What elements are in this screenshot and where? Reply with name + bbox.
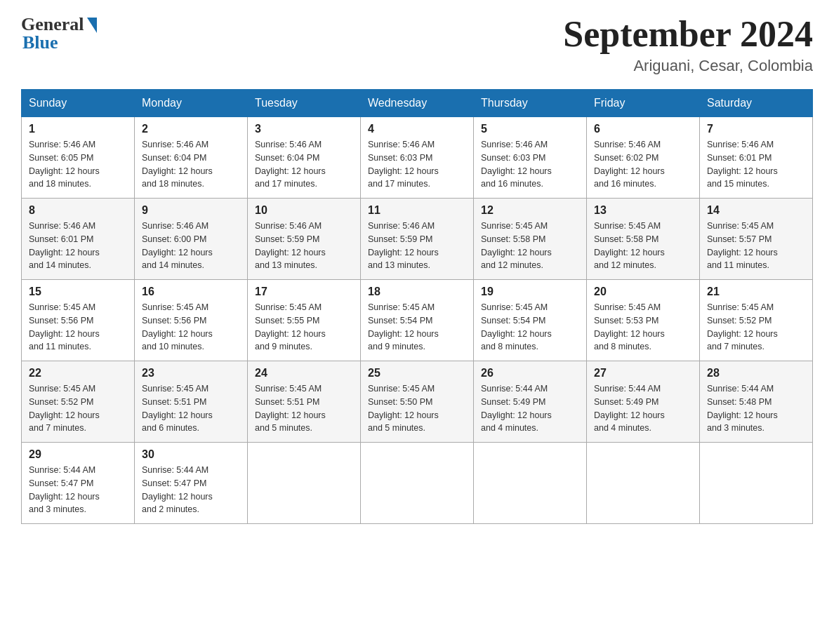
calendar-cell: 19 Sunrise: 5:45 AM Sunset: 5:54 PM Dayl… bbox=[474, 280, 587, 361]
week-row-5: 29 Sunrise: 5:44 AM Sunset: 5:47 PM Dayl… bbox=[22, 443, 813, 524]
calendar-cell: 12 Sunrise: 5:45 AM Sunset: 5:58 PM Dayl… bbox=[474, 199, 587, 280]
day-number: 17 bbox=[255, 286, 353, 298]
calendar-cell: 27 Sunrise: 5:44 AM Sunset: 5:49 PM Dayl… bbox=[587, 361, 700, 443]
col-header-thursday: Thursday bbox=[474, 90, 587, 117]
week-row-2: 8 Sunrise: 5:46 AM Sunset: 6:01 PM Dayli… bbox=[22, 199, 813, 280]
calendar-cell: 7 Sunrise: 5:46 AM Sunset: 6:01 PM Dayli… bbox=[700, 117, 813, 199]
day-number: 16 bbox=[142, 286, 240, 298]
calendar-cell bbox=[361, 443, 474, 524]
calendar-cell: 13 Sunrise: 5:45 AM Sunset: 5:58 PM Dayl… bbox=[587, 199, 700, 280]
calendar-header-row: Sunday Monday Tuesday Wednesday Thursday… bbox=[22, 90, 813, 117]
day-number: 29 bbox=[29, 448, 127, 461]
title-section: September 2024 Ariguani, Cesar, Colombia bbox=[563, 14, 813, 75]
calendar-cell: 28 Sunrise: 5:44 AM Sunset: 5:48 PM Dayl… bbox=[700, 361, 813, 443]
day-info: Sunrise: 5:44 AM Sunset: 5:49 PM Dayligh… bbox=[481, 382, 579, 435]
day-number: 2 bbox=[142, 123, 240, 135]
day-info: Sunrise: 5:45 AM Sunset: 5:58 PM Dayligh… bbox=[594, 220, 692, 272]
day-info: Sunrise: 5:45 AM Sunset: 5:58 PM Dayligh… bbox=[481, 220, 579, 272]
day-number: 12 bbox=[481, 204, 579, 217]
day-number: 10 bbox=[255, 204, 353, 217]
day-info: Sunrise: 5:46 AM Sunset: 6:03 PM Dayligh… bbox=[481, 138, 579, 191]
col-header-sunday: Sunday bbox=[22, 90, 135, 117]
col-header-tuesday: Tuesday bbox=[248, 90, 361, 117]
calendar-cell: 11 Sunrise: 5:46 AM Sunset: 5:59 PM Dayl… bbox=[361, 199, 474, 280]
day-info: Sunrise: 5:45 AM Sunset: 5:50 PM Dayligh… bbox=[368, 382, 466, 435]
day-info: Sunrise: 5:46 AM Sunset: 6:03 PM Dayligh… bbox=[368, 138, 466, 191]
calendar-cell: 5 Sunrise: 5:46 AM Sunset: 6:03 PM Dayli… bbox=[474, 117, 587, 199]
calendar-cell: 8 Sunrise: 5:46 AM Sunset: 6:01 PM Dayli… bbox=[22, 199, 135, 280]
calendar-cell bbox=[474, 443, 587, 524]
day-info: Sunrise: 5:46 AM Sunset: 5:59 PM Dayligh… bbox=[368, 220, 466, 272]
day-info: Sunrise: 5:44 AM Sunset: 5:48 PM Dayligh… bbox=[707, 382, 805, 435]
week-row-4: 22 Sunrise: 5:45 AM Sunset: 5:52 PM Dayl… bbox=[22, 361, 813, 443]
day-info: Sunrise: 5:45 AM Sunset: 5:57 PM Dayligh… bbox=[707, 220, 805, 272]
day-number: 15 bbox=[29, 286, 127, 298]
calendar-cell: 15 Sunrise: 5:45 AM Sunset: 5:56 PM Dayl… bbox=[22, 280, 135, 361]
day-info: Sunrise: 5:45 AM Sunset: 5:51 PM Dayligh… bbox=[142, 382, 240, 435]
day-info: Sunrise: 5:46 AM Sunset: 6:02 PM Dayligh… bbox=[594, 138, 692, 191]
day-info: Sunrise: 5:45 AM Sunset: 5:54 PM Dayligh… bbox=[481, 301, 579, 354]
calendar-cell: 1 Sunrise: 5:46 AM Sunset: 6:05 PM Dayli… bbox=[22, 117, 135, 199]
calendar-cell: 26 Sunrise: 5:44 AM Sunset: 5:49 PM Dayl… bbox=[474, 361, 587, 443]
calendar-cell: 9 Sunrise: 5:46 AM Sunset: 6:00 PM Dayli… bbox=[135, 199, 248, 280]
calendar-cell: 21 Sunrise: 5:45 AM Sunset: 5:52 PM Dayl… bbox=[700, 280, 813, 361]
logo-blue-text: Blue bbox=[22, 32, 58, 53]
logo: General Blue bbox=[21, 14, 97, 53]
day-number: 23 bbox=[142, 367, 240, 380]
calendar-cell: 3 Sunrise: 5:46 AM Sunset: 6:04 PM Dayli… bbox=[248, 117, 361, 199]
calendar-cell: 14 Sunrise: 5:45 AM Sunset: 5:57 PM Dayl… bbox=[700, 199, 813, 280]
col-header-monday: Monday bbox=[135, 90, 248, 117]
month-title: September 2024 bbox=[563, 14, 813, 54]
day-number: 1 bbox=[29, 123, 127, 135]
day-number: 24 bbox=[255, 367, 353, 380]
day-number: 4 bbox=[368, 123, 466, 135]
col-header-friday: Friday bbox=[587, 90, 700, 117]
calendar-cell: 16 Sunrise: 5:45 AM Sunset: 5:56 PM Dayl… bbox=[135, 280, 248, 361]
calendar-cell: 24 Sunrise: 5:45 AM Sunset: 5:51 PM Dayl… bbox=[248, 361, 361, 443]
calendar-cell: 22 Sunrise: 5:45 AM Sunset: 5:52 PM Dayl… bbox=[22, 361, 135, 443]
calendar-cell: 30 Sunrise: 5:44 AM Sunset: 5:47 PM Dayl… bbox=[135, 443, 248, 524]
day-number: 18 bbox=[368, 286, 466, 298]
calendar-cell bbox=[700, 443, 813, 524]
day-number: 6 bbox=[594, 123, 692, 135]
day-number: 22 bbox=[29, 367, 127, 380]
day-number: 7 bbox=[707, 123, 805, 135]
day-number: 3 bbox=[255, 123, 353, 135]
calendar-cell: 18 Sunrise: 5:45 AM Sunset: 5:54 PM Dayl… bbox=[361, 280, 474, 361]
day-number: 25 bbox=[368, 367, 466, 380]
day-info: Sunrise: 5:46 AM Sunset: 6:05 PM Dayligh… bbox=[29, 138, 127, 191]
calendar-cell: 17 Sunrise: 5:45 AM Sunset: 5:55 PM Dayl… bbox=[248, 280, 361, 361]
day-info: Sunrise: 5:44 AM Sunset: 5:47 PM Dayligh… bbox=[142, 464, 240, 516]
day-number: 27 bbox=[594, 367, 692, 380]
calendar-cell bbox=[587, 443, 700, 524]
week-row-3: 15 Sunrise: 5:45 AM Sunset: 5:56 PM Dayl… bbox=[22, 280, 813, 361]
day-info: Sunrise: 5:46 AM Sunset: 5:59 PM Dayligh… bbox=[255, 220, 353, 272]
day-info: Sunrise: 5:44 AM Sunset: 5:47 PM Dayligh… bbox=[29, 464, 127, 516]
day-info: Sunrise: 5:45 AM Sunset: 5:52 PM Dayligh… bbox=[29, 382, 127, 435]
calendar-cell: 4 Sunrise: 5:46 AM Sunset: 6:03 PM Dayli… bbox=[361, 117, 474, 199]
day-info: Sunrise: 5:46 AM Sunset: 6:04 PM Dayligh… bbox=[142, 138, 240, 191]
logo-triangle-icon bbox=[87, 18, 97, 33]
day-info: Sunrise: 5:45 AM Sunset: 5:54 PM Dayligh… bbox=[368, 301, 466, 354]
day-number: 20 bbox=[594, 286, 692, 298]
day-info: Sunrise: 5:46 AM Sunset: 6:01 PM Dayligh… bbox=[707, 138, 805, 191]
calendar-cell: 20 Sunrise: 5:45 AM Sunset: 5:53 PM Dayl… bbox=[587, 280, 700, 361]
day-info: Sunrise: 5:45 AM Sunset: 5:56 PM Dayligh… bbox=[29, 301, 127, 354]
day-number: 14 bbox=[707, 204, 805, 217]
day-number: 30 bbox=[142, 448, 240, 461]
day-number: 8 bbox=[29, 204, 127, 217]
day-info: Sunrise: 5:45 AM Sunset: 5:55 PM Dayligh… bbox=[255, 301, 353, 354]
location-text: Ariguani, Cesar, Colombia bbox=[563, 57, 813, 75]
calendar-cell: 25 Sunrise: 5:45 AM Sunset: 5:50 PM Dayl… bbox=[361, 361, 474, 443]
day-info: Sunrise: 5:45 AM Sunset: 5:51 PM Dayligh… bbox=[255, 382, 353, 435]
day-info: Sunrise: 5:45 AM Sunset: 5:53 PM Dayligh… bbox=[594, 301, 692, 354]
day-number: 26 bbox=[481, 367, 579, 380]
day-number: 19 bbox=[481, 286, 579, 298]
calendar-cell: 10 Sunrise: 5:46 AM Sunset: 5:59 PM Dayl… bbox=[248, 199, 361, 280]
day-info: Sunrise: 5:46 AM Sunset: 6:04 PM Dayligh… bbox=[255, 138, 353, 191]
col-header-saturday: Saturday bbox=[700, 90, 813, 117]
day-number: 11 bbox=[368, 204, 466, 217]
calendar-cell: 2 Sunrise: 5:46 AM Sunset: 6:04 PM Dayli… bbox=[135, 117, 248, 199]
day-info: Sunrise: 5:45 AM Sunset: 5:56 PM Dayligh… bbox=[142, 301, 240, 354]
day-info: Sunrise: 5:46 AM Sunset: 6:01 PM Dayligh… bbox=[29, 220, 127, 272]
